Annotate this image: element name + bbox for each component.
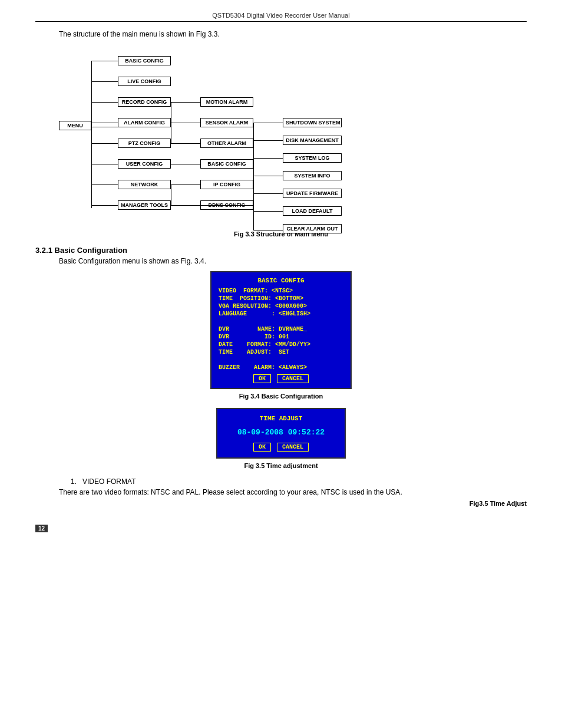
time-adjust-ok-button[interactable]: OK [253,443,271,452]
time-adjust-datetime: 08-09-2008 09:52:22 [226,428,336,437]
menu-box-basic-config: BASIC CONFIG [118,56,171,65]
screen-row-dvr-id: DVR ID: 001 [219,334,343,340]
menu-box-clear-alarm-out: CLEAR ALARM OUT [283,224,342,233]
video-format-label: VIDEO FORMAT [82,477,135,486]
page-header: QSTD5304 Digital Video Recorder User Man… [35,12,527,22]
basic-config-ok-button[interactable]: OK [253,374,271,383]
menu-box-other-alarm: OTHER ALARM [200,139,253,148]
fig-note: Fig3.5 Time Adjust [35,500,527,507]
header-title: QSTD5304 Digital Video Recorder User Man… [212,12,349,19]
menu-box-system-info: SYSTEM INFO [283,171,342,180]
screen-row-spacer1 [219,318,343,325]
menu-box-ptz-config: PTZ CONFIG [118,139,171,148]
section-heading-basic-config: 3.2.1 Basic Configuration [35,246,527,255]
menu-box-shutdown-system: SHUTDOWN SYSTEM [283,118,342,127]
menu-box-ip-config: IP CONFIG [200,180,253,189]
time-adjust-screen: TIME ADJUST 08-09-2008 09:52:22 OK CANCE… [216,408,346,459]
intro-text: The structure of the main menu is shown … [59,30,527,38]
fig-caption-3-4: Fig 3.4 Basic Configuration [35,393,527,400]
video-format-heading: 1. VIDEO FORMAT [71,477,527,486]
fig-caption-3-5: Fig 3.5 Time adjustment [35,462,527,469]
menu-box-menu: MENU [59,121,91,130]
screen-row-lang: LANGUAGE : <ENGLISH> [219,311,343,317]
menu-box-disk-management: DISK MANAGEMENT [283,136,342,145]
menu-box-record-config: RECORD CONFIG [118,97,171,107]
page: QSTD5304 Digital Video Recorder User Man… [0,0,562,728]
screen-row-time-adjust: TIME ADJUST: SET [219,349,343,355]
menu-box-system-log: SYSTEM LOG [283,153,342,163]
menu-box-update-firmware: UPDATE FIRMWARE [283,189,342,198]
menu-box-live-config: LIVE CONFIG [118,77,171,86]
basic-config-screen-title: BASIC CONFIG [219,277,343,284]
menu-box-sensor-alarm: SENSOR ALARM [200,118,253,127]
video-format-number: 1. [71,477,77,486]
time-adjust-screen-title: TIME ADJUST [226,415,336,422]
screen-row-date-format: DATE FORMAT: <MM/DD/YY> [219,341,343,348]
video-format-description: There are two video formats: NTSC and PA… [59,488,527,496]
section-subtext: Basic Configuration menu is shown as Fig… [59,257,527,265]
time-adjust-cancel-button[interactable]: CANCEL [277,443,309,452]
menu-box-user-config: USER CONFIG [118,159,171,169]
screen-row-buzzer: BUZZER ALARM: <ALWAYS> [219,364,343,371]
menu-box-motion-alarm: MOTION ALARM [200,97,253,107]
screen-row-spacer2 [219,357,343,363]
page-number: 12 [35,525,48,532]
time-adjust-buttons: OK CANCEL [226,443,336,452]
screen-row-dvr-name: DVR NAME: DVRNAME_ [219,326,343,332]
menu-box-manager-tools: MANAGER TOOLS [118,200,171,210]
menu-box-basic-config2: BASIC CONFIG [200,159,253,169]
menu-tree-diagram: MENU BASIC CONFIG LIVE CONFIG RECORD CON… [35,44,527,227]
menu-box-network: NETWORK [118,180,171,189]
fig-caption-3-3: Fig 3.3 Structure of Main Menu [35,230,527,238]
basic-config-cancel-button[interactable]: CANCEL [277,374,309,383]
screen-row-time-pos: TIME POSITION: <BOTTOM> [219,295,343,302]
menu-box-alarm-config: ALARM CONFIG [118,118,171,127]
basic-config-screen: BASIC CONFIG VIDEO FORMAT: <NTSC> TIME P… [210,271,352,389]
screen-row-vga: VGA RESOLUTION: <800X600> [219,303,343,309]
menu-box-load-default: LOAD DEFAULT [283,206,342,216]
basic-config-buttons: OK CANCEL [219,374,343,383]
screen-row-video: VIDEO FORMAT: <NTSC> [219,288,343,294]
